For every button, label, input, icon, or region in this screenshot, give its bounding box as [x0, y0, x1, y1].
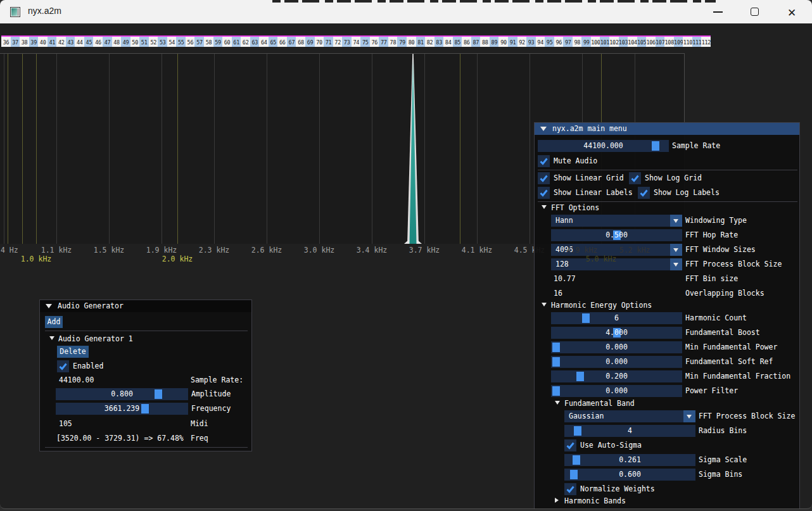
midi-note-cell[interactable]: 45: [84, 37, 94, 47]
frequency-slider[interactable]: 3661.239: [56, 403, 188, 415]
midi-note-cell[interactable]: 85: [453, 37, 462, 47]
maximize-button[interactable]: [751, 8, 759, 16]
midi-note-cell[interactable]: 62: [241, 37, 250, 47]
midi-note-cell[interactable]: 40: [38, 37, 48, 47]
midi-note-cell[interactable]: 58: [204, 37, 213, 47]
windowing-type-combo[interactable]: Hann: [551, 215, 682, 227]
midi-note-cell[interactable]: 63: [250, 37, 260, 47]
midi-note-cell[interactable]: 69: [305, 37, 315, 47]
midi-note-cell[interactable]: 110: [683, 37, 692, 47]
close-button[interactable]: ✕: [787, 6, 796, 20]
tree-arrow-icon[interactable]: [542, 303, 547, 306]
harmonic-energy-options-tree-node[interactable]: Harmonic Energy Options: [551, 301, 652, 310]
mute-audio-checkbox[interactable]: [538, 155, 550, 167]
midi-note-cell[interactable]: 71: [324, 37, 333, 47]
midi-note-cell[interactable]: 93: [526, 37, 536, 47]
sigma-scale-slider[interactable]: 0.261: [564, 454, 695, 466]
generator-tree-node[interactable]: Audio Generator 1: [58, 335, 133, 343]
midi-note-cell[interactable]: 90: [498, 37, 508, 47]
midi-note-cell[interactable]: 97: [563, 37, 573, 47]
fft-process-block-size-combo[interactable]: 128: [551, 258, 682, 270]
show-log-labels-checkbox[interactable]: [638, 187, 650, 199]
midi-note-cell[interactable]: 48: [112, 37, 122, 47]
midi-note-cell[interactable]: 76: [370, 37, 379, 47]
show-log-grid-checkbox[interactable]: [629, 172, 641, 184]
power-filter-slider[interactable]: 0.000: [551, 385, 682, 397]
midi-note-cell[interactable]: 99: [581, 37, 591, 47]
midi-note-cell[interactable]: 95: [545, 37, 554, 47]
fundamental-soft-ref-slider[interactable]: 0.000: [551, 356, 682, 368]
tree-arrow-icon[interactable]: [555, 498, 559, 503]
midi-note-cell[interactable]: 57: [194, 37, 204, 47]
tree-arrow-icon[interactable]: [542, 205, 547, 209]
midi-note-cell[interactable]: 86: [462, 37, 471, 47]
midi-note-cell[interactable]: 111: [692, 37, 702, 47]
collapse-arrow-icon[interactable]: [540, 127, 547, 131]
midi-note-cell[interactable]: 56: [186, 37, 195, 47]
midi-note-cell[interactable]: 37: [11, 37, 20, 47]
minimize-button[interactable]: [713, 11, 723, 13]
enabled-checkbox[interactable]: [57, 360, 69, 372]
midi-note-cell[interactable]: 59: [213, 37, 223, 47]
midi-note-cell[interactable]: 80: [407, 37, 416, 47]
midi-note-cell[interactable]: 64: [259, 37, 269, 47]
midi-note-cell[interactable]: 109: [674, 37, 683, 47]
midi-note-cell[interactable]: 75: [360, 37, 370, 47]
midi-note-cell[interactable]: 67: [287, 37, 296, 47]
midi-note-cell[interactable]: 60: [222, 37, 232, 47]
midi-note-cell[interactable]: 66: [277, 37, 287, 47]
combo-arrow-button[interactable]: [670, 258, 682, 270]
midi-note-cell[interactable]: 96: [554, 37, 564, 47]
midi-note-cell[interactable]: 81: [416, 37, 426, 47]
midi-note-cell[interactable]: 77: [379, 37, 388, 47]
midi-note-cell[interactable]: 73: [342, 37, 352, 47]
radius-bins-slider[interactable]: 4: [564, 425, 695, 437]
midi-note-cell[interactable]: 112: [701, 37, 711, 47]
fft-hop-rate-slider[interactable]: 0.500: [551, 229, 682, 241]
midi-note-cell[interactable]: 91: [508, 37, 517, 47]
midi-note-cell[interactable]: 74: [352, 37, 361, 47]
midi-note-cell[interactable]: 104: [628, 37, 637, 47]
normalize-weights-checkbox[interactable]: [564, 483, 576, 495]
midi-note-cell[interactable]: 79: [397, 37, 407, 47]
midi-note-cell[interactable]: 36: [1, 37, 11, 47]
fundamental-band-kernel-combo[interactable]: Gaussian: [564, 410, 695, 422]
midi-note-cell[interactable]: 50: [130, 37, 140, 47]
show-linear-labels-checkbox[interactable]: [538, 187, 550, 199]
midi-note-cell[interactable]: 42: [56, 37, 66, 47]
midi-note-cell[interactable]: 107: [656, 37, 665, 47]
midi-note-cell[interactable]: 38: [20, 37, 29, 47]
midi-note-cell[interactable]: 89: [490, 37, 499, 47]
audio-generator-titlebar[interactable]: Audio Generator: [40, 300, 251, 312]
midi-note-strip[interactable]: 3637383940414243444546474849505152535455…: [1, 37, 711, 47]
collapse-arrow-icon[interactable]: [46, 304, 52, 308]
combo-arrow-button[interactable]: [670, 215, 682, 227]
fft-options-tree-node[interactable]: FFT Options: [551, 204, 599, 212]
midi-note-cell[interactable]: 83: [435, 37, 444, 47]
midi-note-cell[interactable]: 106: [646, 37, 656, 47]
midi-note-cell[interactable]: 52: [149, 37, 158, 47]
combo-arrow-button[interactable]: [670, 244, 682, 256]
tree-arrow-icon[interactable]: [555, 401, 560, 405]
sample-rate-slider[interactable]: 44100.000: [538, 140, 669, 152]
midi-note-cell[interactable]: 108: [664, 37, 674, 47]
midi-note-cell[interactable]: 78: [388, 37, 398, 47]
midi-note-cell[interactable]: 88: [480, 37, 490, 47]
midi-note-cell[interactable]: 65: [269, 37, 278, 47]
fundamental-band-tree-node[interactable]: Fundamental Band: [564, 400, 635, 408]
midi-note-cell[interactable]: 92: [517, 37, 527, 47]
midi-note-cell[interactable]: 43: [66, 37, 75, 47]
midi-note-cell[interactable]: 47: [103, 37, 112, 47]
midi-note-cell[interactable]: 94: [536, 37, 545, 47]
amplitude-slider[interactable]: 0.800: [56, 388, 188, 400]
midi-note-cell[interactable]: 46: [93, 37, 103, 47]
midi-note-cell[interactable]: 41: [48, 37, 57, 47]
midi-note-cell[interactable]: 68: [296, 37, 305, 47]
tree-arrow-icon[interactable]: [49, 336, 54, 340]
midi-note-cell[interactable]: 101: [600, 37, 609, 47]
midi-note-cell[interactable]: 49: [121, 37, 130, 47]
midi-note-cell[interactable]: 55: [176, 37, 186, 47]
combo-arrow-button[interactable]: [683, 410, 695, 422]
midi-note-cell[interactable]: 100: [591, 37, 600, 47]
sigma-bins-slider[interactable]: 0.600: [564, 469, 695, 481]
